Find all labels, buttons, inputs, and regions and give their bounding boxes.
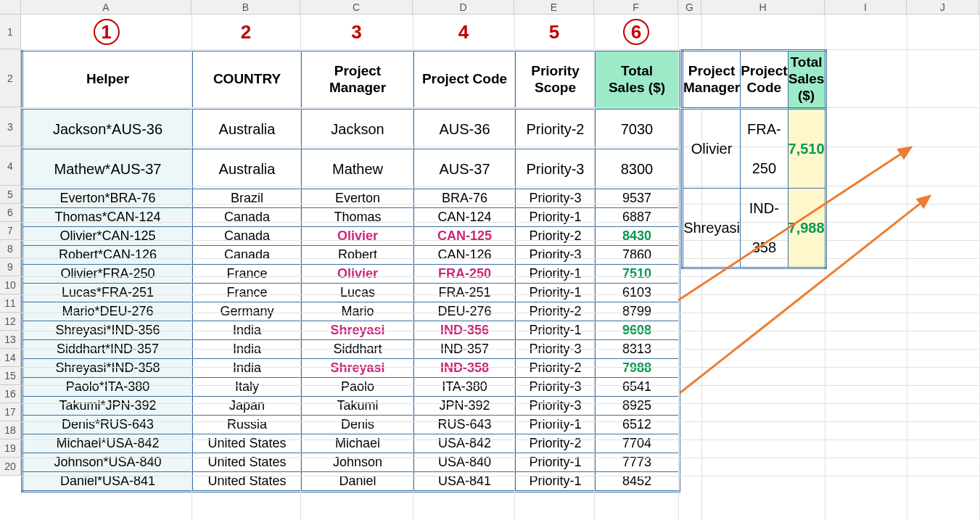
cell[interactable]: USA-842 — [414, 434, 516, 453]
cell[interactable]: Olivier — [302, 265, 414, 284]
column-header-d[interactable]: D — [413, 0, 514, 15]
cell[interactable]: Canada — [193, 246, 302, 265]
cell[interactable]: CAN-125 — [414, 227, 516, 246]
row-header-14[interactable]: 14 — [0, 349, 21, 367]
cell[interactable]: 7,510 — [788, 109, 825, 189]
cell[interactable]: 8799 — [596, 302, 680, 321]
cell[interactable]: AUS-37 — [414, 149, 516, 189]
cell[interactable]: 8925 — [596, 397, 680, 416]
column-header-cell[interactable]: ProjectCode — [741, 51, 788, 109]
row-header-15[interactable]: 15 — [0, 367, 21, 385]
cell[interactable]: Australia — [193, 149, 302, 189]
cell[interactable]: Japan — [193, 397, 302, 416]
cell[interactable]: Brazil — [193, 189, 302, 208]
column-header-a[interactable]: A — [21, 0, 192, 15]
cell[interactable]: 7704 — [596, 434, 680, 453]
cell[interactable]: Takumi — [302, 397, 414, 416]
cell[interactable]: Paolo*ITA-380 — [22, 378, 193, 397]
row-header-18[interactable]: 18 — [0, 421, 21, 439]
cell[interactable]: Priority-3 — [516, 378, 596, 397]
cell[interactable]: FRA-250 — [414, 265, 516, 284]
row-header-16[interactable]: 16 — [0, 385, 21, 403]
row-header-20[interactable]: 20 — [0, 458, 21, 476]
cell[interactable]: Jackson*AUS-36 — [22, 109, 193, 149]
column-header-cell[interactable]: COUNTRY — [193, 51, 302, 109]
cell[interactable]: France — [193, 284, 302, 302]
cell[interactable]: FRA-250 — [741, 109, 788, 189]
column-header-b[interactable]: B — [192, 0, 300, 15]
cell[interactable]: AUS-36 — [414, 109, 516, 149]
row-header-13[interactable]: 13 — [0, 331, 21, 349]
cell[interactable]: Takumi*JPN-392 — [22, 397, 193, 416]
cell[interactable]: Paolo — [302, 378, 414, 397]
cell[interactable]: IND-358 — [414, 359, 516, 378]
cell[interactable]: Canada — [193, 208, 302, 227]
cell[interactable]: 7988 — [596, 359, 680, 378]
column-header-f[interactable]: F — [594, 0, 678, 15]
cell[interactable]: IND-358 — [741, 189, 788, 268]
cell[interactable]: DEU-276 — [414, 302, 516, 321]
column-header-i[interactable]: I — [825, 0, 907, 15]
cell[interactable]: 8452 — [596, 472, 680, 492]
cell[interactable]: 8300 — [596, 149, 680, 189]
row-header-2[interactable]: 2 — [0, 49, 21, 107]
grid-corner[interactable] — [0, 0, 21, 15]
cell[interactable]: Everton — [302, 189, 414, 208]
cell[interactable]: Priority-3 — [516, 397, 596, 416]
cell[interactable]: Robert*CAN-126 — [22, 246, 193, 265]
cell[interactable]: Olivier — [302, 227, 414, 246]
column-header-j[interactable]: J — [907, 0, 979, 15]
cell[interactable]: 6541 — [596, 378, 680, 397]
cell[interactable]: Johnson*USA-840 — [22, 453, 193, 472]
cell[interactable]: Australia — [193, 109, 302, 149]
cell[interactable]: Everton*BRA-76 — [22, 189, 193, 208]
cell[interactable]: BRA-76 — [414, 189, 516, 208]
cell[interactable]: Denis*RUS-643 — [22, 416, 193, 434]
cell[interactable]: 7773 — [596, 453, 680, 472]
row-header-12[interactable]: 12 — [0, 313, 21, 331]
cell[interactable]: Priority-1 — [516, 416, 596, 434]
cell[interactable]: Jackson — [302, 109, 414, 149]
cell[interactable]: FRA-251 — [414, 284, 516, 302]
cell[interactable]: Daniel*USA-841 — [22, 472, 193, 492]
cell[interactable]: Shreyasi*IND-358 — [22, 359, 193, 378]
cell[interactable]: Shreyasi — [302, 359, 414, 378]
cell[interactable]: Olivier*FRA-250 — [22, 265, 193, 284]
cell[interactable]: USA-841 — [414, 472, 516, 492]
cell[interactable]: Mathew*AUS-37 — [22, 149, 193, 189]
cell[interactable]: 6103 — [596, 284, 680, 302]
cell[interactable]: Mathew — [302, 149, 414, 189]
cell[interactable]: Priority-2 — [516, 227, 596, 246]
cell[interactable]: Johnson — [302, 453, 414, 472]
cell[interactable]: Germany — [193, 302, 302, 321]
row-header-5[interactable]: 5 — [0, 186, 21, 204]
cell[interactable]: USA-840 — [414, 453, 516, 472]
cell[interactable]: United States — [193, 472, 302, 492]
cell[interactable]: France — [193, 265, 302, 284]
cell[interactable]: Priority-3 — [516, 149, 596, 189]
cell[interactable]: Priority-3 — [516, 189, 596, 208]
cell[interactable]: Mario*DEU-276 — [22, 302, 193, 321]
row-header-4[interactable]: 4 — [0, 146, 21, 186]
cell[interactable]: Priority-1 — [516, 284, 596, 302]
column-header-h[interactable]: H — [701, 0, 825, 15]
cell[interactable]: 6887 — [596, 208, 680, 227]
cell[interactable]: Priority-2 — [516, 359, 596, 378]
row-header-7[interactable]: 7 — [0, 222, 21, 240]
row-header-9[interactable]: 9 — [0, 258, 21, 276]
cell[interactable]: Lucas*FRA-251 — [22, 284, 193, 302]
row-header-10[interactable]: 10 — [0, 276, 21, 294]
cell[interactable]: Priority-1 — [516, 265, 596, 284]
column-header-e[interactable]: E — [514, 0, 594, 15]
cell[interactable]: RUS-643 — [414, 416, 516, 434]
cell[interactable]: Michael — [302, 434, 414, 453]
cell[interactable]: Priority-2 — [516, 109, 596, 149]
cell[interactable]: United States — [193, 453, 302, 472]
cell[interactable]: Priority-3 — [516, 246, 596, 265]
column-header-cell[interactable]: Project Code — [414, 51, 516, 109]
cell[interactable]: 9537 — [596, 189, 680, 208]
cell[interactable]: Olivier — [683, 109, 741, 189]
cell[interactable]: Priority-1 — [516, 472, 596, 492]
column-header-cell[interactable]: Helper — [22, 51, 193, 109]
cell[interactable]: ITA-380 — [414, 378, 516, 397]
